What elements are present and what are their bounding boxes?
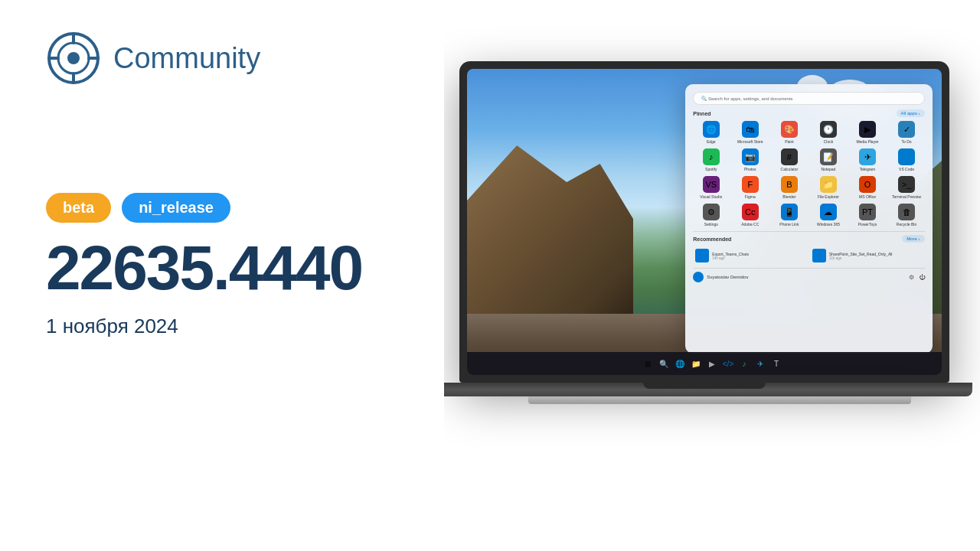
app-icon-phone-link: 📱 bbox=[781, 204, 798, 220]
start-search-bar[interactable]: 🔍 Search for apps, settings, and documen… bbox=[693, 92, 924, 105]
app-item[interactable]: ▶ Media Player bbox=[849, 121, 885, 144]
terminal-taskbar-icon[interactable]: ▶ bbox=[705, 357, 719, 370]
app-icon-notepad: 📝 bbox=[820, 148, 837, 165]
rec-time: 11h ago bbox=[829, 256, 893, 260]
laptop-base bbox=[444, 383, 972, 396]
app-label: Photos bbox=[744, 167, 756, 171]
app-label: Media Player bbox=[856, 139, 878, 144]
app-label: Visual Studio bbox=[700, 194, 722, 199]
left-panel: Community beta ni_release 22635.4440 1 н… bbox=[0, 0, 490, 551]
app-label: Notepad bbox=[821, 167, 835, 171]
community-logo-icon bbox=[46, 31, 101, 86]
app-label: File Explorer bbox=[818, 194, 839, 199]
recommended-section: Recommended More › Export_Teams_Chats 14… bbox=[693, 235, 924, 265]
recommended-item[interactable]: SharePoint_Site_Set_Read_Only_All 11h ag… bbox=[810, 246, 925, 265]
spotify-taskbar-icon[interactable]: ♪ bbox=[737, 357, 751, 370]
pinned-apps-grid-4: ⚙ Settings Cc Adobe CC 📱 Phone Link ☁ Wi… bbox=[693, 204, 924, 227]
app-item[interactable]: # Calculator bbox=[771, 148, 807, 171]
recommended-items: Export_Teams_Chats 14h ago SharePoint_Si… bbox=[693, 246, 924, 265]
app-icon-to-do: ✓ bbox=[898, 121, 915, 138]
recommended-label: Recommended bbox=[693, 236, 731, 242]
power-icon[interactable]: ⏻ bbox=[919, 274, 925, 281]
recommended-item[interactable]: Export_Teams_Chats 14h ago bbox=[693, 246, 808, 265]
app2-taskbar-icon[interactable]: T bbox=[769, 357, 783, 370]
laptop-stand bbox=[528, 396, 911, 404]
app-label: Edge bbox=[707, 139, 716, 144]
user-info[interactable]: Svyatoslav Demidov bbox=[693, 272, 748, 282]
laptop-screen: 🔍 Search for apps, settings, and documen… bbox=[467, 69, 942, 375]
app-item[interactable]: >_ Terminal Preview bbox=[889, 176, 925, 199]
edge-taskbar-icon[interactable]: 🌐 bbox=[673, 357, 687, 370]
app-label: Figma bbox=[745, 194, 756, 199]
laptop-body: 🔍 Search for apps, settings, and documen… bbox=[459, 61, 949, 383]
rec-icon bbox=[812, 249, 826, 262]
app-icon-windows-365: ☁ bbox=[820, 204, 837, 220]
app-icon-telegram: ✈ bbox=[859, 148, 876, 165]
svg-point-2 bbox=[67, 52, 80, 64]
app-item[interactable]: VS Visual Studio bbox=[693, 176, 729, 199]
app-item[interactable]: ⚙ Settings bbox=[693, 204, 729, 227]
app-icon-spotify: ♪ bbox=[703, 148, 720, 165]
app-item[interactable]: 🕐 Clock bbox=[810, 121, 846, 144]
app-item[interactable]: Cc Adobe CC bbox=[732, 204, 768, 227]
more-button[interactable]: More › bbox=[902, 235, 924, 243]
app1-taskbar-icon[interactable]: ✈ bbox=[753, 357, 767, 370]
taskbar-icons: ⊞ 🔍 🌐 📁 ▶ </> ♪ ✈ T bbox=[641, 357, 783, 370]
app-item[interactable]: PT PowerToys bbox=[849, 204, 885, 227]
app-item[interactable]: ✈ Telegram bbox=[849, 148, 885, 171]
app-item[interactable]: F Figma bbox=[732, 176, 768, 199]
app-item[interactable]: 🗑 Recycle Bin bbox=[889, 204, 925, 227]
app-label: Phone Link bbox=[779, 222, 799, 227]
all-apps-button[interactable]: All apps › bbox=[897, 109, 925, 117]
app-item[interactable]: 🎨 Paint bbox=[771, 121, 807, 144]
app-icon-powertoys: PT bbox=[859, 204, 876, 220]
app-item[interactable]: 📁 File Explorer bbox=[810, 176, 846, 199]
app-item[interactable]: VS Code bbox=[889, 148, 925, 171]
vscode-taskbar-icon[interactable]: </> bbox=[721, 357, 735, 370]
app-label: Adobe CC bbox=[741, 222, 759, 227]
start-button[interactable]: ⊞ bbox=[641, 357, 655, 370]
app-item[interactable]: ✓ To Do bbox=[889, 121, 925, 144]
settings-icon[interactable]: ⚙ bbox=[909, 274, 914, 281]
release-badge: ni_release bbox=[122, 193, 230, 223]
app-item[interactable]: 📷 Photos bbox=[732, 148, 768, 171]
version-date: 1 ноября 2024 bbox=[46, 315, 444, 338]
start-menu: 🔍 Search for apps, settings, and documen… bbox=[685, 84, 932, 354]
file-explorer-taskbar-icon[interactable]: 📁 bbox=[689, 357, 703, 370]
rec-text-block: Export_Teams_Chats 14h ago bbox=[712, 252, 749, 260]
app-label: MS Office bbox=[859, 194, 876, 199]
pinned-apps-grid: 🌐 Edge 🛍 Microsoft Store 🎨 Paint 🕐 Clock… bbox=[693, 121, 924, 144]
app-item[interactable]: B Blender bbox=[771, 176, 807, 199]
rec-time: 14h ago bbox=[712, 256, 749, 260]
app-label: Calculator bbox=[781, 167, 799, 171]
divider bbox=[693, 231, 924, 232]
app-icon-ms-office: O bbox=[859, 176, 876, 193]
rec-filename: Export_Teams_Chats bbox=[712, 252, 749, 256]
app-item[interactable]: ♪ Spotify bbox=[693, 148, 729, 171]
beta-badge: beta bbox=[46, 193, 111, 223]
app-item[interactable]: 📝 Notepad bbox=[810, 148, 846, 171]
app-label: To Do bbox=[902, 139, 912, 144]
start-footer: Svyatoslav Demidov ⚙ ⏻ bbox=[693, 268, 924, 282]
search-placeholder-text: Search for apps, settings, and documents bbox=[708, 96, 793, 101]
app-icon-edge: 🌐 bbox=[703, 121, 720, 138]
search-taskbar-button[interactable]: 🔍 bbox=[657, 357, 671, 370]
app-icon-paint: 🎨 bbox=[781, 121, 798, 138]
right-panel: 🔍 Search for apps, settings, and documen… bbox=[444, 0, 980, 551]
app-icon-vs-code bbox=[898, 148, 915, 165]
app-label: Clock bbox=[824, 139, 834, 144]
app-item[interactable]: 📱 Phone Link bbox=[771, 204, 807, 227]
app-icon-settings: ⚙ bbox=[703, 204, 720, 220]
app-icon-visual-studio: VS bbox=[703, 176, 720, 193]
app-item[interactable]: 🛍 Microsoft Store bbox=[732, 121, 768, 144]
app-icon-recycle-bin: 🗑 bbox=[898, 204, 915, 220]
pinned-apps-grid-2: ♪ Spotify 📷 Photos # Calculator 📝 Notepa… bbox=[693, 148, 924, 171]
pinned-header: Pinned All apps › bbox=[693, 109, 924, 117]
rec-text-block: SharePoint_Site_Set_Read_Only_All 11h ag… bbox=[829, 252, 893, 260]
app-item[interactable]: O MS Office bbox=[849, 176, 885, 199]
user-avatar bbox=[693, 272, 704, 282]
app-item[interactable]: ☁ Windows 365 bbox=[810, 204, 846, 227]
taskbar: ⊞ 🔍 🌐 📁 ▶ </> ♪ ✈ T bbox=[467, 352, 942, 375]
app-item[interactable]: 🌐 Edge bbox=[693, 121, 729, 144]
app-label: PowerToys bbox=[858, 222, 877, 227]
